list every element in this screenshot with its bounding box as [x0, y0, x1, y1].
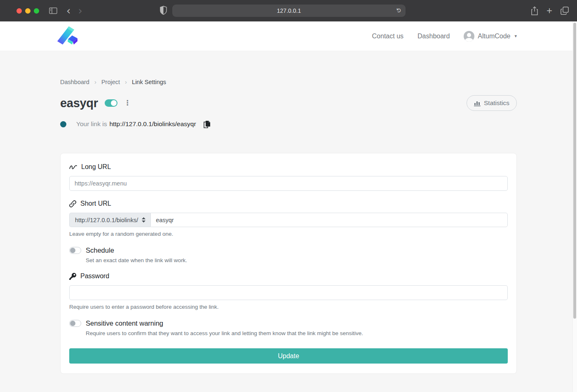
tab-overview-icon[interactable]	[561, 7, 569, 15]
browser-window: ‹ › 127.0.0.1 ↻ +	[0, 0, 577, 392]
new-tab-icon[interactable]: +	[547, 6, 552, 16]
copy-icon[interactable]	[204, 120, 211, 128]
sensitive-content-helper: Require users to confirm that they want …	[86, 330, 508, 336]
update-button[interactable]: Update	[69, 348, 508, 364]
site-logo[interactable]	[56, 26, 78, 47]
toggle-knob	[70, 321, 75, 326]
password-input[interactable]	[69, 285, 508, 300]
long-url-label-text: Long URL	[81, 163, 111, 171]
password-label: Password	[69, 272, 508, 280]
short-url-helper: Leave empty for a random generated one.	[69, 231, 508, 237]
select-arrows-icon	[142, 217, 145, 223]
zoom-window-button[interactable]	[34, 8, 39, 14]
user-name: AltumCode	[478, 33, 510, 40]
scrollbar-track[interactable]	[572, 21, 577, 392]
scrollbar-thumb[interactable]	[573, 23, 576, 319]
traffic-lights	[16, 8, 39, 14]
forward-button[interactable]: ›	[78, 5, 82, 16]
toggle-knob	[111, 100, 117, 106]
bar-chart-icon	[474, 100, 481, 106]
scribble-icon	[69, 164, 77, 170]
breadcrumb-link-settings: Link Settings	[132, 79, 166, 85]
statistics-button[interactable]: Statistics	[467, 95, 517, 111]
more-options-icon[interactable]: ⋮	[124, 101, 131, 106]
breadcrumb-project[interactable]: Project	[101, 79, 120, 85]
status-dot	[60, 121, 66, 127]
chevron-down-icon: ▾	[514, 33, 517, 39]
user-menu[interactable]: AltumCode ▾	[464, 31, 517, 42]
key-icon	[69, 273, 76, 280]
share-icon[interactable]	[531, 6, 538, 15]
link-settings-card: Long URL Short URL http://127.0.0.1/biol…	[60, 153, 517, 374]
browser-chrome: ‹ › 127.0.0.1 ↻ +	[0, 0, 577, 21]
breadcrumb: Dashboard › Project › Link Settings	[60, 78, 517, 85]
site-header: Contact us Dashboard AltumCode ▾	[0, 21, 577, 51]
page-title: easyqr	[60, 96, 98, 110]
reload-icon[interactable]: ↻	[396, 8, 403, 13]
user-avatar	[464, 31, 474, 42]
long-url-label: Long URL	[69, 163, 508, 171]
short-url-label-text: Short URL	[80, 200, 111, 207]
short-url-domain-value: http://127.0.0.1/biolinks/	[75, 217, 138, 223]
password-label-text: Password	[80, 272, 109, 280]
address-bar-url[interactable]: 127.0.0.1	[277, 7, 301, 14]
back-button[interactable]: ‹	[66, 5, 70, 16]
minimize-window-button[interactable]	[25, 8, 30, 14]
site-nav: Contact us Dashboard AltumCode ▾	[372, 31, 517, 42]
nav-contact-us[interactable]: Contact us	[372, 33, 403, 40]
privacy-shield-icon[interactable]	[160, 6, 167, 15]
short-url-label: Short URL	[69, 200, 508, 207]
nav-dashboard[interactable]: Dashboard	[418, 33, 450, 40]
statistics-button-label: Statistics	[484, 99, 509, 107]
schedule-label: Schedule	[86, 246, 114, 254]
short-url-slug-input[interactable]	[150, 213, 508, 227]
close-window-button[interactable]	[16, 8, 22, 14]
breadcrumb-dashboard[interactable]: Dashboard	[60, 79, 89, 85]
schedule-helper: Set an exact date when the link will wor…	[86, 257, 508, 263]
short-url-domain-select[interactable]: http://127.0.0.1/biolinks/	[69, 213, 150, 227]
link-enabled-toggle[interactable]	[105, 99, 117, 107]
address-bar[interactable]: 127.0.0.1 ↻	[172, 5, 406, 17]
main-content: Dashboard › Project › Link Settings easy…	[60, 51, 517, 374]
your-link-prefix: Your link is	[76, 120, 107, 128]
breadcrumb-separator: ›	[125, 78, 127, 85]
your-link-url[interactable]: http://127.0.0.1/biolinks/easyqr	[109, 120, 196, 128]
link-icon	[69, 200, 76, 207]
schedule-toggle[interactable]	[69, 247, 81, 254]
sensitive-content-toggle[interactable]	[69, 320, 81, 327]
password-helper: Require users to enter a password before…	[69, 304, 508, 310]
toggle-knob	[70, 248, 75, 253]
sidebar-toggle-icon[interactable]	[49, 7, 57, 14]
breadcrumb-separator: ›	[94, 78, 96, 85]
long-url-input[interactable]	[69, 176, 508, 191]
sensitive-content-label: Sensitive content warning	[86, 319, 163, 327]
